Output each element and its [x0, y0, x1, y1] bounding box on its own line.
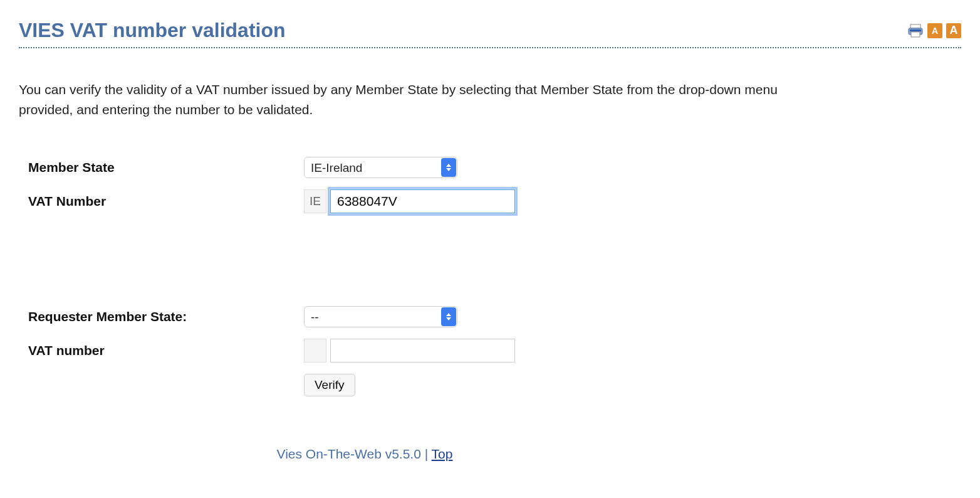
requester-vat-number-label: VAT number	[28, 343, 304, 358]
member-state-label: Member State	[28, 160, 304, 175]
member-state-select[interactable]: IE-Ireland	[304, 157, 457, 178]
member-state-row: Member State IE-Ireland	[28, 157, 961, 178]
verify-button[interactable]: Verify	[304, 374, 355, 396]
header-icons: A A	[907, 23, 961, 38]
print-icon[interactable]	[907, 23, 924, 38]
svg-rect-0	[910, 24, 920, 28]
page-title: VIES VAT number validation	[19, 19, 286, 42]
requester-vat-number-row: VAT number	[28, 339, 961, 363]
requester-member-state-label: Requester Member State:	[28, 309, 304, 324]
vat-number-row: VAT Number IE	[28, 189, 961, 213]
footer-version: Vies On-The-Web v5.5.0	[277, 447, 421, 461]
requester-member-state-row: Requester Member State: --	[28, 306, 961, 327]
requester-vat-number-input[interactable]	[330, 339, 515, 363]
footer-separator: |	[421, 447, 432, 461]
vat-prefix: IE	[304, 189, 326, 213]
vat-form: Member State IE-Ireland VAT Number IE Re…	[19, 157, 961, 396]
requester-vat-prefix	[304, 339, 326, 363]
member-state-select-wrap: IE-Ireland	[304, 157, 457, 178]
svg-rect-3	[910, 29, 921, 31]
svg-rect-2	[911, 32, 920, 37]
vat-number-input[interactable]	[330, 189, 515, 213]
vat-number-label: VAT Number	[28, 194, 304, 209]
requester-member-state-select-wrap: --	[304, 306, 457, 327]
page-header: VIES VAT number validation A A	[19, 19, 961, 48]
font-size-small-icon[interactable]: A	[927, 23, 942, 38]
intro-text: You can verify the validity of a VAT num…	[19, 80, 796, 119]
top-link[interactable]: Top	[432, 447, 453, 461]
page-footer: Vies On-The-Web v5.5.0 | Top	[19, 447, 711, 462]
verify-row: Verify	[28, 374, 961, 396]
requester-member-state-select[interactable]: --	[304, 306, 457, 327]
font-size-large-icon[interactable]: A	[946, 23, 961, 38]
